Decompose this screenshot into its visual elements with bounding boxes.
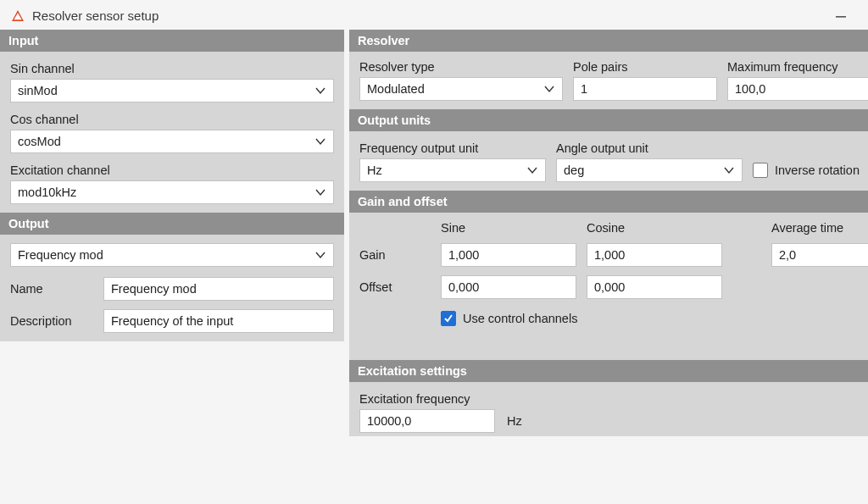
offset-sine-field[interactable]: 0,000 [441,275,576,299]
offset-cosine-field[interactable]: 0,000 [587,275,722,299]
resolver-type-select[interactable]: Modulated [359,77,563,101]
resolver-type-value: Modulated [367,82,543,96]
chevron-down-icon [723,164,735,176]
resolver-type-label: Resolver type [359,60,563,74]
output-channel-value: Frequency mod [18,248,314,262]
cosine-column-header: Cosine [587,221,722,235]
section-header-input: Input [0,30,344,52]
inverse-rotation-checkbox[interactable] [753,163,768,178]
output-description-label: Description [10,314,97,328]
average-time-header: Average time [771,221,868,235]
inverse-rotation-label: Inverse rotation [775,163,860,177]
frequency-output-unit-select[interactable]: Hz [359,158,546,182]
output-description-field[interactable]: Frequency of the input [103,309,334,333]
average-time-field[interactable]: 2,0 [771,243,868,267]
cos-channel-select[interactable]: cosMod [10,130,334,153]
chevron-down-icon [314,136,326,147]
gain-cosine-field[interactable]: 1,000 [587,243,722,267]
chevron-down-icon [314,186,326,198]
chevron-down-icon [543,83,555,95]
app-triangle-icon [10,8,25,24]
gain-sine-value: 1,000 [448,248,569,262]
angle-output-unit-select[interactable]: deg [556,158,743,182]
section-header-resolver: Resolver [349,30,868,52]
max-frequency-label: Maximum frequency [727,60,868,74]
output-channel-select[interactable]: Frequency mod [10,243,334,267]
excitation-frequency-label: Excitation frequency [359,392,868,406]
use-control-channels-checkbox[interactable] [441,311,456,326]
section-header-output-units: Output units [349,109,868,131]
chevron-down-icon [314,85,326,97]
svg-rect-0 [836,16,846,18]
use-control-channels-label: Use control channels [463,312,577,325]
chevron-down-icon [314,249,326,261]
chevron-down-icon [526,164,538,176]
excitation-channel-label: Excitation channel [10,163,334,177]
frequency-output-unit-value: Hz [367,163,526,177]
cos-channel-value: cosMod [18,135,314,148]
section-header-output: Output [0,213,344,235]
section-header-gain-offset: Gain and offset [349,191,868,213]
excitation-frequency-unit: Hz [504,409,526,433]
excitation-frequency-value: 10000,0 [367,414,487,428]
average-time-value: 2,0 [779,248,868,262]
sin-channel-label: Sin channel [10,62,334,75]
max-frequency-value: 100,0 [735,82,867,96]
excitation-channel-select[interactable]: mod10kHz [10,180,334,204]
output-name-label: Name [10,282,97,296]
output-name-value: Frequency mod [111,282,326,296]
gain-row-label: Gain [359,248,431,262]
excitation-channel-value: mod10kHz [18,186,314,199]
output-name-field[interactable]: Frequency mod [103,277,334,301]
sin-channel-select[interactable]: sinMod [10,79,334,102]
cos-channel-label: Cos channel [10,113,334,126]
gain-sine-field[interactable]: 1,000 [441,243,576,267]
sin-channel-value: sinMod [18,84,314,97]
pole-pairs-value: 1 [581,82,709,96]
minimize-button[interactable] [824,7,858,25]
sine-column-header: Sine [441,221,576,235]
offset-row-label: Offset [359,280,431,294]
angle-output-unit-label: Angle output unit [556,141,743,155]
window-title: Resolver sensor setup [32,8,159,23]
offset-sine-value: 0,000 [448,280,569,294]
frequency-output-unit-label: Frequency output unit [359,141,546,155]
gain-cosine-value: 1,000 [594,248,715,262]
offset-cosine-value: 0,000 [594,280,715,294]
pole-pairs-label: Pole pairs [573,60,717,74]
excitation-frequency-field[interactable]: 10000,0 [359,409,495,433]
pole-pairs-field[interactable]: 1 [573,77,717,101]
section-header-excitation: Excitation settings [349,360,868,382]
max-frequency-field[interactable]: 100,0 [727,77,868,101]
angle-output-unit-value: deg [564,163,723,177]
output-description-value: Frequency of the input [111,314,326,328]
titlebar: Resolver sensor setup [0,0,868,30]
section-gap [349,335,868,360]
